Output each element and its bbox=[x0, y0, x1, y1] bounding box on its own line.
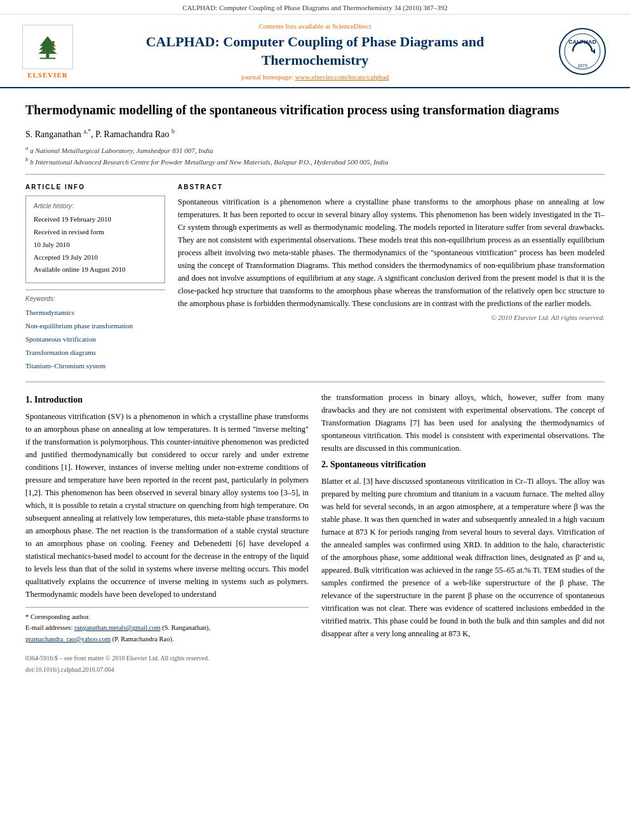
article-content: Thermodynamic modelling of the spontaneo… bbox=[0, 88, 630, 688]
elsevier-label: ELSEVIER bbox=[27, 71, 68, 79]
keywords-label: Keywords: bbox=[25, 295, 165, 302]
section1-heading: 1. Introduction bbox=[25, 395, 309, 405]
article-info-column: ARTICLE INFO Article history: Received 1… bbox=[25, 183, 165, 372]
revised-date: 10 July 2010 bbox=[34, 239, 157, 251]
keyword-4: Transformation diagrams bbox=[25, 346, 165, 359]
svg-rect-1 bbox=[40, 58, 56, 59]
homepage-link[interactable]: www.elsevier.com/locate/calphad bbox=[295, 73, 389, 81]
email1-link[interactable]: ranganathan.metals@gmail.com bbox=[74, 624, 161, 631]
email-footnote: E-mail addresses: ranganathan.metals@gma… bbox=[25, 622, 309, 645]
keyword-1: Thermodynamics bbox=[25, 306, 165, 319]
contents-available: Contents lists available at ScienceDirec… bbox=[89, 22, 541, 30]
svg-rect-0 bbox=[46, 53, 50, 58]
divider-1 bbox=[25, 174, 605, 175]
journal-title: CALPHAD: Computer Coupling of Phase Diag… bbox=[89, 33, 541, 69]
info-abstract-section: ARTICLE INFO Article history: Received 1… bbox=[25, 183, 605, 372]
article-title: Thermodynamic modelling of the spontaneo… bbox=[25, 101, 605, 119]
info-dates: Received 19 February 2010 Received in re… bbox=[34, 213, 157, 276]
section2-heading: 2. Spontaneous vitrification bbox=[321, 460, 605, 470]
journal-citation: CALPHAD: Computer Coupling of Phase Diag… bbox=[182, 4, 448, 11]
authors-line: S. Ranganathan a,*, P. Ramachandra Rao b bbox=[25, 128, 605, 140]
affiliation-b: b b International Advanced Research Cent… bbox=[25, 156, 605, 166]
issn-line: 0364-5916/$ – see front matter © 2010 El… bbox=[25, 653, 309, 664]
footnote-section: * Corresponding author. E-mail addresses… bbox=[25, 607, 309, 646]
article-info-label: ARTICLE INFO bbox=[25, 183, 165, 190]
abstract-text: Spontaneous vitrification is a phenomeno… bbox=[178, 196, 605, 310]
article-info-box: Article history: Received 19 February 20… bbox=[25, 196, 165, 283]
divider-2 bbox=[25, 382, 605, 382]
journal-homepage: journal homepage: www.elsevier.com/locat… bbox=[89, 73, 541, 81]
elsevier-logo-box bbox=[22, 25, 73, 69]
calphad-circle-logo: CALPHAD 1973 bbox=[557, 26, 608, 77]
abstract-label: ABSTRACT bbox=[178, 183, 605, 190]
copyright-line: © 2010 Elsevier Ltd. All rights reserved… bbox=[178, 314, 605, 321]
available-online: Available online 19 August 2010 bbox=[34, 263, 157, 276]
calphad-logo-right: CALPHAD 1973 bbox=[554, 26, 611, 77]
body-right-column: the transformation process in binary all… bbox=[321, 391, 605, 676]
top-bar: CALPHAD: Computer Coupling of Phase Diag… bbox=[0, 0, 630, 15]
keyword-2: Non-equilibrium phase transformation bbox=[25, 319, 165, 333]
corresponding-author-note: * Corresponding author. bbox=[25, 611, 309, 623]
footer-bar: 0364-5916/$ – see front matter © 2010 El… bbox=[25, 653, 309, 676]
section1-para1: Spontaneous vitrification (SV) is a phen… bbox=[25, 410, 309, 601]
abstract-column: ABSTRACT Spontaneous vitrification is a … bbox=[178, 183, 605, 372]
body-content: 1. Introduction Spontaneous vitrificatio… bbox=[25, 391, 605, 676]
accepted-date: Accepted 19 July 2010 bbox=[34, 251, 157, 264]
received-revised-label: Received in revised form bbox=[34, 226, 157, 239]
svg-point-5 bbox=[52, 41, 55, 43]
doi-line: doi:10.1016/j.calphad.2010.07.004 bbox=[25, 664, 309, 676]
elsevier-logo: ELSEVIER bbox=[19, 25, 76, 79]
keywords-box: Keywords: Thermodynamics Non-equilibrium… bbox=[25, 290, 165, 372]
body-left-column: 1. Introduction Spontaneous vitrificatio… bbox=[25, 391, 309, 676]
journal-header: ELSEVIER Contents lists available at Sci… bbox=[0, 15, 630, 88]
keyword-3: Spontaneous vitrification bbox=[25, 333, 165, 346]
received-date: Received 19 February 2010 bbox=[34, 213, 157, 226]
affiliation-a: a a National Metallurgical Laboratory, J… bbox=[25, 145, 605, 154]
section1-continuation: the transformation process in binary all… bbox=[321, 391, 605, 455]
keyword-5: Titanium–Chromium system bbox=[25, 359, 165, 373]
email2-link[interactable]: pramachandra_rao@yahoo.com bbox=[25, 636, 111, 643]
journal-center: Contents lists available at ScienceDirec… bbox=[76, 22, 554, 81]
history-label: Article history: bbox=[34, 203, 157, 210]
section2-para1: Blatter et al. [3] have discussed sponta… bbox=[321, 475, 605, 640]
svg-text:1973: 1973 bbox=[577, 63, 587, 68]
elsevier-tree-svg bbox=[32, 34, 64, 60]
science-direct-link[interactable]: ScienceDirect bbox=[332, 22, 372, 30]
